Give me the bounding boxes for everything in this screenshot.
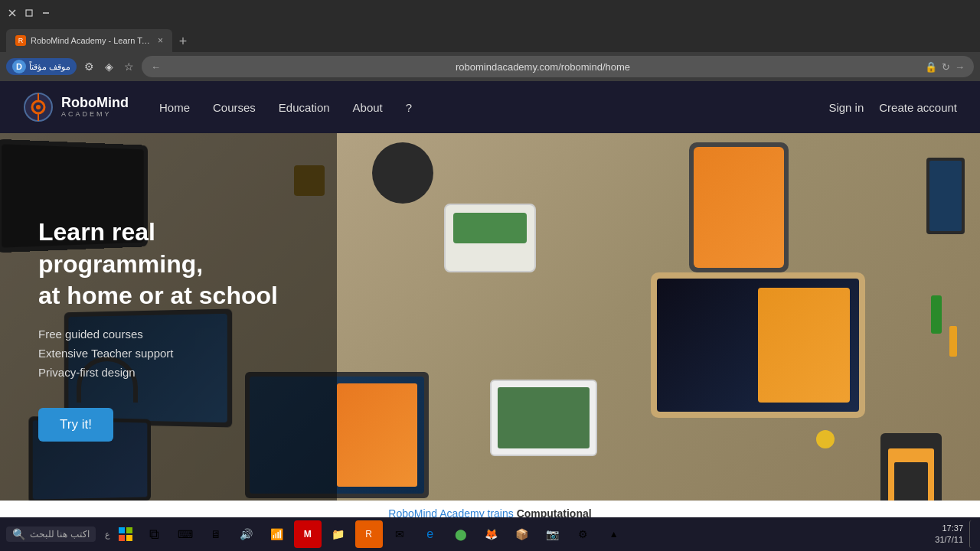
edge-icon[interactable]: e: [416, 520, 444, 548]
svg-rect-9: [119, 527, 125, 533]
address-bar[interactable]: ← robomindacademy.com/robomind/home 🔒 ↻ …: [142, 56, 974, 77]
svg-rect-12: [126, 535, 132, 541]
restore-button[interactable]: [23, 7, 35, 19]
taskbar-app-icons: ⧉ ⌨ 🖥 🔊 📶 M 📁 R ✉ e ⬤ 🦊 📦 📷 ⚙ ▲: [141, 520, 628, 548]
antivirus-icon[interactable]: M: [294, 520, 322, 548]
lock-icon: 🔒: [925, 61, 937, 73]
window-controls: [6, 7, 52, 19]
site-nav: RoboMind ACADEMY Home Courses Education …: [0, 81, 980, 133]
file-explorer-icon[interactable]: 📁: [325, 520, 352, 548]
tab-title: RoboMind Academy - Learn To ...: [31, 36, 153, 45]
language-indicator: ع: [105, 530, 110, 540]
logo-text: RoboMind ACADEMY: [61, 96, 129, 119]
keyboard-icon[interactable]: ⌨: [172, 520, 199, 548]
taskbar-right: 17:37 31/7/11: [929, 520, 974, 548]
bookmark-icon[interactable]: ☆: [121, 59, 137, 74]
ext-label: موقف مؤقتاً: [29, 62, 70, 72]
volume-icon[interactable]: 🔊: [233, 520, 260, 548]
taskbar-search[interactable]: 🔍 اكتب هنا للبحث: [6, 527, 96, 542]
svg-rect-11: [119, 535, 125, 541]
logo: RoboMind ACADEMY: [23, 92, 129, 122]
nav-courses[interactable]: Courses: [213, 101, 256, 114]
pen-decoration: [949, 326, 957, 357]
sign-in-link[interactable]: Sign in: [828, 101, 864, 114]
clock-time: 17:37: [935, 523, 963, 534]
robot-decoration: [444, 204, 536, 272]
show-desktop-button[interactable]: [969, 520, 974, 548]
website-content: RoboMind ACADEMY Home Courses Education …: [0, 81, 980, 525]
titlebar: [0, 0, 980, 26]
nav-education[interactable]: Education: [279, 101, 330, 114]
tab-bar: R RoboMind Academy - Learn To ... × +: [0, 26, 980, 52]
laptop-decoration-3: [651, 272, 865, 418]
svg-rect-2: [26, 10, 32, 16]
logo-sub: ACADEMY: [61, 111, 129, 119]
usb-decoration: [931, 295, 942, 334]
logo-main: RoboMind: [61, 96, 129, 111]
taskview-icon[interactable]: ⧉: [141, 520, 168, 548]
camera-icon[interactable]: 📷: [539, 520, 567, 548]
minimize-button[interactable]: [40, 7, 52, 19]
active-tab[interactable]: R RoboMind Academy - Learn To ... ×: [6, 29, 172, 52]
feature-2: Extensive Teacher support: [38, 347, 299, 360]
hero-text-overlay: Learn real programming, at home or at sc…: [0, 133, 337, 525]
mail-icon[interactable]: ✉: [386, 520, 413, 548]
nav-forward-icon[interactable]: →: [955, 61, 965, 73]
robomind-taskbar-icon[interactable]: R: [355, 520, 383, 548]
start-button[interactable]: [113, 522, 138, 546]
new-tab-button[interactable]: +: [172, 31, 194, 52]
create-account-link[interactable]: Create account: [879, 101, 957, 114]
close-button[interactable]: [6, 7, 18, 19]
feature-3: Privacy-first design: [38, 366, 299, 379]
address-text[interactable]: robomindacademy.com/robomind/home: [167, 61, 919, 73]
refresh-icon[interactable]: ↻: [942, 61, 950, 73]
taskbar: 🔍 اكتب هنا للبحث ع ⧉ ⌨ 🖥 🔊 📶 M 📁 R ✉ e ⬤: [0, 517, 980, 551]
ext-icon: D: [12, 60, 26, 73]
tab-close-icon[interactable]: ×: [158, 35, 163, 46]
phone-decoration-2: [926, 158, 965, 234]
clock-date: 31/7/11: [935, 534, 963, 546]
hero-title: Learn real programming, at home or at sc…: [38, 217, 299, 312]
settings-taskbar-icon[interactable]: ⚙: [570, 520, 597, 548]
hero-features: Free guided courses Extensive Teacher su…: [38, 328, 299, 385]
svg-point-8: [36, 105, 41, 109]
svg-rect-10: [126, 527, 132, 533]
circuit-board-decoration: [490, 380, 597, 456]
nav-back-icon[interactable]: ←: [151, 61, 161, 73]
chrome-icon[interactable]: ⬤: [447, 520, 475, 548]
nav-about[interactable]: About: [353, 101, 383, 114]
tab-favicon: R: [15, 35, 26, 46]
teapot-decoration: [372, 142, 433, 204]
nav-right: Sign in Create account: [828, 101, 957, 114]
search-placeholder[interactable]: اكتب هنا للبحث: [30, 529, 90, 540]
tablet-decoration: [689, 142, 789, 272]
try-button[interactable]: Try it!: [38, 408, 113, 442]
settings-icon[interactable]: ⚙: [81, 59, 97, 74]
nav-home[interactable]: Home: [159, 101, 190, 114]
system-icon[interactable]: 🖥: [202, 520, 230, 548]
search-icon: 🔍: [12, 528, 25, 540]
hero-section: Learn real programming, at home or at sc…: [0, 81, 980, 525]
network-icon[interactable]: 📶: [263, 520, 291, 548]
chevron-icon[interactable]: ▲: [600, 520, 628, 548]
browser-toolbar: D موقف مؤقتاً ⚙ ◈ ☆ ← robomindacademy.co…: [0, 52, 980, 81]
feature-1: Free guided courses: [38, 328, 299, 341]
extension-button[interactable]: D موقف مؤقتاً: [6, 58, 77, 75]
firefox-icon[interactable]: 🦊: [478, 520, 505, 548]
media-icon[interactable]: ◈: [102, 59, 116, 74]
cursor-indicator: [816, 430, 835, 448]
nav-links: Home Courses Education About ?: [159, 101, 828, 114]
browser-window: R RoboMind Academy - Learn To ... × + D …: [0, 0, 980, 525]
system-clock: 17:37 31/7/11: [935, 523, 963, 546]
logo-icon: [23, 92, 54, 122]
nav-help[interactable]: ?: [406, 101, 412, 114]
package-icon[interactable]: 📦: [508, 520, 536, 548]
